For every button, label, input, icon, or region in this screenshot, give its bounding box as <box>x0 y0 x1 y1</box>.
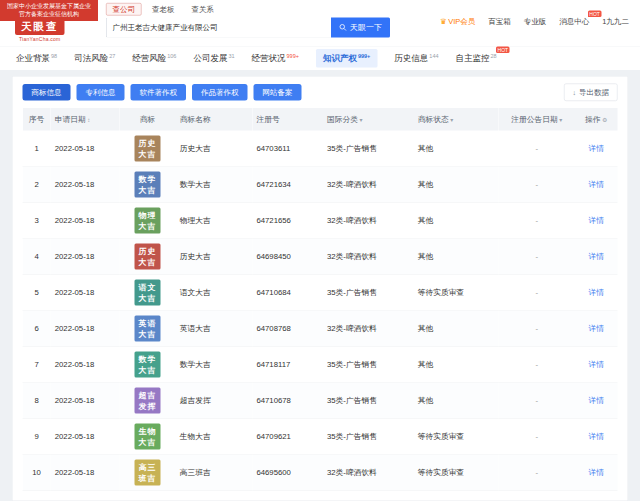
cell-reg-no: 64709621 <box>252 419 323 455</box>
search-input[interactable] <box>106 18 331 38</box>
cell-apply-date: 2022-05-18 <box>51 383 120 419</box>
detail-link[interactable]: 详情 <box>589 360 605 369</box>
cell-serial: 8 <box>23 383 51 419</box>
cell-status: 其他 <box>414 131 499 167</box>
detail-link[interactable]: 详情 <box>589 396 605 405</box>
user-menu-item[interactable]: 消息中心HOT <box>559 17 589 27</box>
trademark-table: 序号申请日期↕商标商标名称注册号国际分类▾商标状态▾注册公告日期▾操作⚙ 120… <box>23 108 618 491</box>
search-button[interactable]: 天眼一下 <box>331 18 390 38</box>
logo-domain: TianYanCha.com <box>15 36 65 42</box>
trademark-image[interactable]: 超吉发挥 <box>135 388 161 414</box>
column-header: 注册公告日期▾ <box>498 108 575 131</box>
detail-link[interactable]: 详情 <box>589 252 605 261</box>
cell-action: 详情 <box>575 419 617 455</box>
cell-intl-class: 35类-广告销售 <box>323 275 414 311</box>
nav-item[interactable]: 经营风险106 <box>132 53 176 65</box>
search-tab[interactable]: 查公司 <box>106 3 142 16</box>
filter-icon[interactable]: ▾ <box>450 116 453 123</box>
cell-serial: 2 <box>23 167 51 203</box>
detail-link[interactable]: 详情 <box>589 288 605 297</box>
cell-mark: 数学大吉 <box>119 347 175 383</box>
detail-link[interactable]: 详情 <box>589 432 605 441</box>
sort-icon[interactable]: ↕ <box>87 116 90 123</box>
table-row: 72022-05-18数学大吉数学大吉6471811735类-广告销售其他-详情 <box>23 347 618 383</box>
table-row: 82022-05-18超吉发挥超吉发挥6471067835类-广告销售其他-详情 <box>23 383 618 419</box>
trademark-image[interactable]: 历史大吉 <box>135 244 161 270</box>
cell-action: 详情 <box>575 311 617 347</box>
cell-status: 其他 <box>414 383 499 419</box>
nav-item[interactable]: 企业背景98 <box>16 53 57 65</box>
filter-icon[interactable]: ▾ <box>360 116 363 123</box>
nav-item[interactable]: 自主监控28HOT <box>456 53 497 65</box>
cell-action: 详情 <box>575 347 617 383</box>
cell-intl-class: 35类-广告销售 <box>323 419 414 455</box>
section-tab[interactable]: 商标信息 <box>23 84 71 101</box>
detail-link[interactable]: 详情 <box>589 324 605 333</box>
nav-item[interactable]: 知识产权999+ <box>316 49 377 68</box>
table-row: 42022-05-18历史大吉历史大吉6469845032类-啤酒饮料其他-详情 <box>23 239 618 275</box>
cell-serial: 5 <box>23 275 51 311</box>
cell-apply-date: 2022-05-18 <box>51 203 120 239</box>
cell-reg-no: 64710684 <box>252 275 323 311</box>
table-row: 102022-05-18高三班吉高三班吉6469560032类-啤酒饮料等待实质… <box>23 455 618 491</box>
cell-status: 等待实质审查 <box>414 419 499 455</box>
cell-apply-date: 2022-05-18 <box>51 131 120 167</box>
cell-reg-no: 64710678 <box>252 383 323 419</box>
cell-mark: 物理大吉 <box>119 203 175 239</box>
detail-link[interactable]: 详情 <box>589 216 605 225</box>
nav-item[interactable]: 司法风险27 <box>74 53 115 65</box>
nav-item[interactable]: 历史信息144 <box>394 53 438 65</box>
trademark-image[interactable]: 历史大吉 <box>135 135 161 161</box>
column-header: 注册号 <box>252 108 323 131</box>
user-menu-item[interactable]: ♛VIP会员 <box>440 17 475 27</box>
section-tab[interactable]: 网站备案 <box>254 84 302 101</box>
cell-apply-date: 2022-05-18 <box>51 275 120 311</box>
trademark-image[interactable]: 语文大吉 <box>135 280 161 306</box>
cell-announce-date: - <box>498 203 575 239</box>
cell-mark-name: 超吉发挥 <box>176 383 253 419</box>
nav-item[interactable]: 经营状况999+ <box>252 53 299 65</box>
search-button-label: 天眼一下 <box>350 22 382 33</box>
filter-icon[interactable]: ▾ <box>559 116 562 123</box>
trademark-image[interactable]: 数学大吉 <box>135 172 161 198</box>
nav-item[interactable]: 公司发展31 <box>193 53 234 65</box>
section-tab[interactable]: 软件著作权 <box>131 84 187 101</box>
user-menu-item[interactable]: 专业版 <box>524 17 547 27</box>
cell-status: 等待实质审查 <box>414 275 499 311</box>
section-tab[interactable]: 专利信息 <box>77 84 125 101</box>
search-tab[interactable]: 查老板 <box>146 3 182 16</box>
cell-intl-class: 35类-广告销售 <box>323 347 414 383</box>
cell-apply-date: 2022-05-18 <box>51 167 120 203</box>
trademark-image[interactable]: 物理大吉 <box>135 208 161 234</box>
trademark-image[interactable]: 高三班吉 <box>135 460 161 486</box>
cell-announce-date: - <box>498 311 575 347</box>
cell-serial: 10 <box>23 455 51 491</box>
gear-icon[interactable]: ⚙ <box>602 116 607 123</box>
cell-action: 详情 <box>575 203 617 239</box>
table-header-row: 序号申请日期↕商标商标名称注册号国际分类▾商标状态▾注册公告日期▾操作⚙ <box>23 108 618 131</box>
trademark-image[interactable]: 英语大吉 <box>135 316 161 342</box>
export-button[interactable]: ↓ 导出数据 <box>564 84 618 102</box>
ribbon-line1: 国家中小企业发展基金下属企业 <box>7 2 91 10</box>
content-card: 商标信息专利信息软件著作权作品著作权网站备案 ↓ 导出数据 序号申请日期↕商标商… <box>12 76 628 501</box>
search-tab[interactable]: 查关系 <box>185 3 221 16</box>
detail-link[interactable]: 详情 <box>589 180 605 189</box>
detail-link[interactable]: 详情 <box>589 144 605 153</box>
cell-serial: 6 <box>23 311 51 347</box>
user-menu-item[interactable]: 百宝箱 <box>488 17 511 27</box>
hot-badge: HOT <box>496 47 510 54</box>
section-tab[interactable]: 作品著作权 <box>192 84 248 101</box>
cell-mark-name: 历史大吉 <box>176 131 253 167</box>
cell-intl-class: 32类-啤酒饮料 <box>323 239 414 275</box>
detail-link[interactable]: 详情 <box>589 468 605 477</box>
cell-reg-no: 64721656 <box>252 203 323 239</box>
cell-apply-date: 2022-05-18 <box>51 239 120 275</box>
search-icon <box>339 24 347 32</box>
cell-status: 等待实质审查 <box>414 455 499 491</box>
cell-apply-date: 2022-05-18 <box>51 455 120 491</box>
user-menu-item[interactable]: 1九九二 <box>602 17 629 27</box>
trademark-image[interactable]: 生物大吉 <box>135 424 161 450</box>
trademark-image[interactable]: 数学大吉 <box>135 352 161 378</box>
column-header: 商标 <box>119 108 175 131</box>
cell-action: 详情 <box>575 167 617 203</box>
